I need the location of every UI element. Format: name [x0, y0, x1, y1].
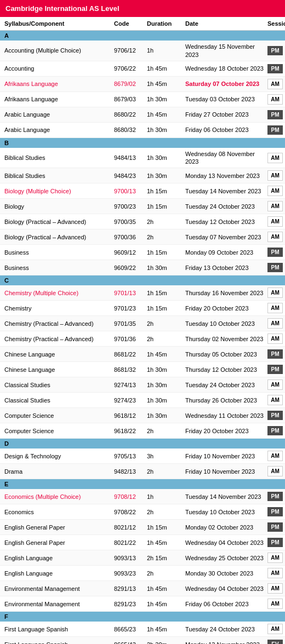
- session-cell: PM: [267, 411, 285, 420]
- session-badge: PM: [267, 248, 283, 257]
- session-badge: AM: [267, 303, 283, 313]
- code-cell: 9484/23: [114, 172, 147, 180]
- session-cell: AM: [267, 466, 285, 476]
- duration-cell: 1h 15m: [147, 203, 185, 210]
- code-cell: 8021/12: [114, 524, 147, 531]
- table-row: Chemistry (Practical – Advanced)9701/352…: [0, 316, 285, 331]
- table-row: Biology9700/231h 15mTuesday 24 October 2…: [0, 199, 285, 214]
- syllabus-cell: Classical Studies: [4, 396, 114, 404]
- date-cell: Tuesday 10 October 2023: [185, 320, 267, 327]
- table-row: Drama9482/132hFriday 10 November 2023AM: [0, 464, 285, 479]
- code-cell: 8680/22: [114, 111, 147, 118]
- syllabus-cell: English Language: [4, 570, 114, 577]
- table-row: Biology (Practical – Advanced)9700/362hT…: [0, 229, 285, 245]
- code-cell: 9482/13: [114, 468, 147, 475]
- session-badge: AM: [267, 553, 283, 563]
- session-badge: AM: [267, 583, 283, 594]
- code-cell: 9274/13: [114, 381, 147, 389]
- table-row: Afrikaans Language8679/031h 30mTuesday 0…: [0, 92, 285, 107]
- duration-cell: 1h 30m: [147, 95, 185, 103]
- syllabus-cell: Chemistry (Practical – Advanced): [4, 320, 114, 327]
- table-row: Chemistry (Multiple Choice)9701/131h 15m…: [0, 285, 285, 301]
- code-cell: 8681/22: [114, 350, 147, 358]
- session-badge: PM: [267, 411, 283, 420]
- table-row: Classical Studies9274/131h 30mTuesday 24…: [0, 377, 285, 393]
- col-date: Date: [185, 20, 267, 27]
- duration-cell: 1h 45m: [147, 625, 185, 633]
- table-row: Economics9708/222hTuesday 10 October 202…: [0, 504, 285, 520]
- session-badge: PM: [267, 492, 283, 501]
- date-cell: Tuesday 12 October 2023: [185, 218, 267, 226]
- table-row: Biology (Practical – Advanced)9700/352hT…: [0, 214, 285, 229]
- code-cell: 8679/02: [114, 80, 147, 88]
- session-badge: AM: [267, 334, 283, 344]
- session-badge: PM: [267, 538, 283, 547]
- session-badge: PM: [267, 46, 283, 55]
- session-cell: AM: [267, 583, 285, 594]
- duration-cell: 1h 30m: [147, 126, 185, 134]
- session-badge: AM: [267, 395, 283, 405]
- code-cell: 9093/13: [114, 554, 147, 562]
- duration-cell: 2h: [147, 570, 185, 577]
- syllabus-cell: English Language: [4, 554, 114, 562]
- table-row: Classical Studies9274/231h 30mThursday 2…: [0, 393, 285, 408]
- syllabus-cell: First Language Spanish: [4, 625, 114, 633]
- code-cell: 8665/43: [114, 641, 147, 644]
- syllabus-cell: Afrikaans Language: [4, 95, 114, 103]
- table-row: English Language9093/232hMonday 30 Octob…: [0, 566, 285, 581]
- session-cell: AM: [267, 303, 285, 313]
- date-cell: Thursday 26 October 2023: [185, 396, 267, 404]
- syllabus-cell: Design & Technology: [4, 452, 114, 460]
- syllabus-cell: Biblical Studies: [4, 172, 114, 180]
- table-row: Accounting9706/221h 45mWednesday 18 Octo…: [0, 61, 285, 77]
- table-row: Business9609/121h 15mMonday 09 October 2…: [0, 245, 285, 260]
- code-cell: 8681/32: [114, 366, 147, 373]
- session-badge: PM: [267, 110, 283, 119]
- date-cell: Friday 10 November 2023: [185, 468, 267, 475]
- duration-cell: 1h 30m: [147, 396, 185, 404]
- session-cell: AM: [267, 288, 285, 298]
- date-cell: Tuesday 24 October 2023: [185, 381, 267, 389]
- session-cell: AM: [267, 232, 285, 242]
- column-headers: Syllabus/Component Code Duration Date Se…: [0, 17, 285, 31]
- date-cell: Saturday 07 October 2023: [185, 80, 267, 88]
- session-badge: AM: [267, 216, 283, 227]
- date-cell: Tuesday 10 October 2023: [185, 508, 267, 516]
- section-header-d: D: [0, 439, 285, 449]
- session-cell: AM: [267, 186, 285, 196]
- code-cell: 9274/23: [114, 396, 147, 404]
- date-cell: Wednesday 04 October 2023: [185, 539, 267, 547]
- session-cell: PM: [267, 538, 285, 547]
- duration-cell: 1h 45m: [147, 585, 185, 593]
- section-header-e: E: [0, 479, 285, 489]
- duration-cell: 1h 30m: [147, 412, 185, 419]
- date-cell: Monday 30 October 2023: [185, 570, 267, 577]
- date-cell: Friday 06 October 2023: [185, 600, 267, 608]
- duration-cell: 2h: [147, 320, 185, 327]
- session-badge: AM: [267, 170, 283, 181]
- session-badge: AM: [267, 451, 283, 461]
- session-cell: PM: [267, 248, 285, 257]
- duration-cell: 1h 45m: [147, 111, 185, 118]
- code-cell: 9700/13: [114, 187, 147, 195]
- date-cell: Wednesday 15 November 2023: [185, 43, 267, 59]
- session-cell: AM: [267, 624, 285, 634]
- code-cell: 9484/13: [114, 154, 147, 162]
- section-header-b: B: [0, 138, 285, 148]
- code-cell: 9700/23: [114, 203, 147, 210]
- syllabus-cell: Economics: [4, 508, 114, 516]
- duration-cell: 1h 15m: [147, 187, 185, 195]
- session-cell: AM: [267, 334, 285, 344]
- session-badge: AM: [267, 318, 283, 329]
- syllabus-cell: Chemistry: [4, 304, 114, 312]
- session-cell: AM: [267, 79, 285, 89]
- session-cell: PM: [267, 426, 285, 435]
- section-header-f: F: [0, 612, 285, 622]
- date-cell: Tuesday 03 October 2023: [185, 95, 267, 103]
- code-cell: 9609/12: [114, 249, 147, 256]
- session-badge: AM: [267, 186, 283, 196]
- date-cell: Friday 27 October 2023: [185, 111, 267, 118]
- syllabus-cell: Classical Studies: [4, 381, 114, 389]
- syllabus-cell: Chemistry (Multiple Choice): [4, 289, 114, 297]
- date-cell: Tuesday 24 October 2023: [185, 625, 267, 633]
